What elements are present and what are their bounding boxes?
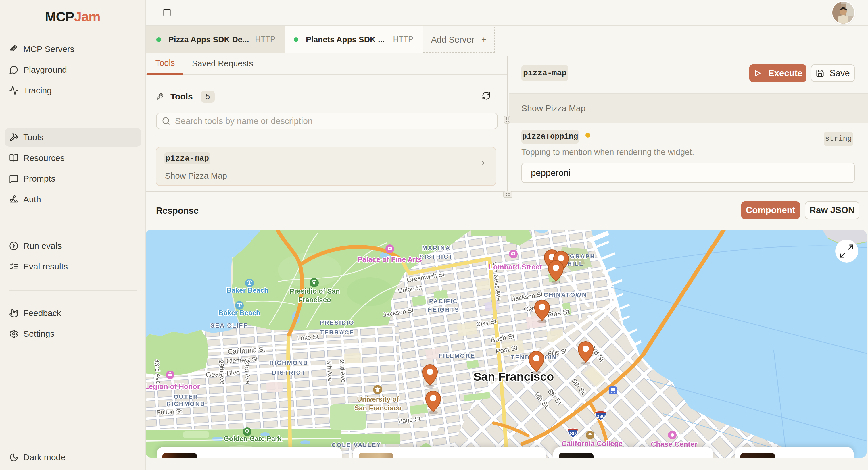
- svg-text:5th Ave: 5th Ave: [325, 360, 334, 382]
- svg-text:Legion of Honor: Legion of Honor: [146, 382, 200, 390]
- svg-text:Fulton St: Fulton St: [157, 408, 182, 416]
- svg-text:PRESIDIO: PRESIDIO: [320, 319, 354, 326]
- svg-text:Francisco: Francisco: [298, 296, 331, 304]
- svg-text:California College: California College: [562, 440, 623, 447]
- svg-text:PACIFIC: PACIFIC: [429, 297, 458, 304]
- svg-text:San Francisco: San Francisco: [473, 370, 554, 383]
- svg-text:FILLMORE: FILLMORE: [439, 352, 475, 359]
- svg-text:DISTRICT: DISTRICT: [420, 253, 453, 260]
- svg-text:Golden Gate Park: Golden Gate Park: [224, 435, 282, 442]
- svg-text:TERRACE: TERRACE: [320, 329, 354, 336]
- svg-text:280: 280: [597, 414, 605, 419]
- svg-text:RICHMOND: RICHMOND: [269, 359, 308, 366]
- svg-text:SEA CLIFF: SEA CLIFF: [210, 322, 248, 328]
- svg-text:University of: University of: [357, 395, 399, 403]
- svg-text:San Francisco: San Francisco: [354, 404, 402, 412]
- svg-text:Presidio of San: Presidio of San: [290, 287, 340, 295]
- svg-text:Lombard Street: Lombard Street: [489, 263, 542, 271]
- svg-text:Baker Beach: Baker Beach: [226, 286, 268, 294]
- svg-text:DISTRICT: DISTRICT: [272, 369, 306, 376]
- svg-text:Lake St: Lake St: [297, 333, 319, 342]
- svg-text:CHINATOWN: CHINATOWN: [544, 291, 587, 298]
- svg-text:Baker Beach: Baker Beach: [218, 309, 260, 317]
- svg-text:Palace of Fine Arts: Palace of Fine Arts: [358, 255, 422, 263]
- svg-text:RICHMOND: RICHMOND: [166, 401, 206, 407]
- svg-text:80: 80: [570, 430, 576, 436]
- svg-text:OUTER: OUTER: [174, 393, 198, 400]
- svg-text:HEIGHTS: HEIGHTS: [428, 306, 460, 313]
- svg-text:MARINA: MARINA: [422, 245, 451, 251]
- svg-text:HILL: HILL: [567, 260, 584, 267]
